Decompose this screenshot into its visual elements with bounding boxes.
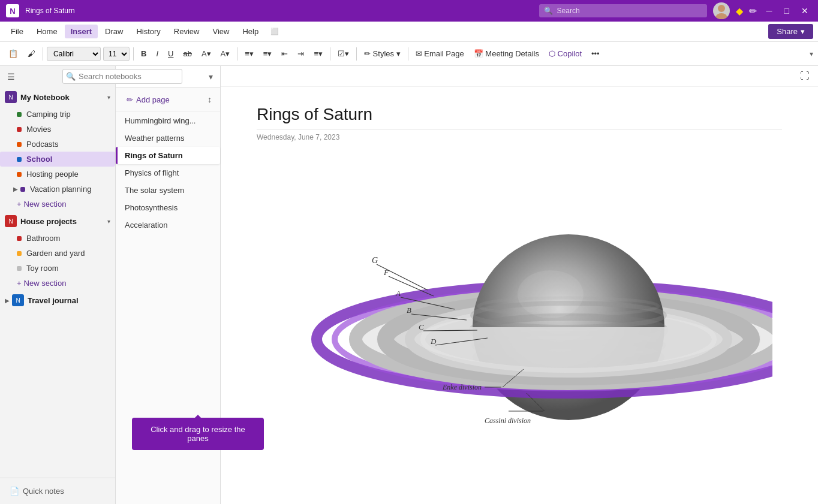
- page-expand-button[interactable]: ⛶: [799, 70, 811, 83]
- sidebar-item-podcasts[interactable]: Podcasts: [0, 137, 115, 152]
- menu-view[interactable]: View: [206, 25, 235, 38]
- share-chevron-icon: ▾: [801, 27, 805, 36]
- note-title: Rings of Saturn: [257, 105, 782, 129]
- close-button[interactable]: ✕: [798, 6, 812, 16]
- sidebar-item-school[interactable]: School: [0, 152, 115, 167]
- new-section-plus-icon: +: [17, 200, 22, 209]
- menu-draw[interactable]: Draw: [99, 25, 129, 38]
- format-painter-button[interactable]: 🖌: [24, 47, 39, 60]
- add-page-button[interactable]: ✏ Add page: [122, 93, 175, 107]
- note-content[interactable]: Rings of Saturn Wednesday, June 7, 2023: [221, 87, 818, 485]
- section-dot-movies: [17, 127, 22, 132]
- new-section-house-projects[interactable]: + New section: [0, 276, 115, 291]
- sort-pages-button[interactable]: ↕: [205, 92, 214, 107]
- sidebar-item-hosting[interactable]: Hosting people: [0, 167, 115, 182]
- sidebar: ☰ N My Notebook ▾ Camping trip Movies: [0, 66, 116, 504]
- font-family-select[interactable]: Calibri: [47, 47, 101, 61]
- travel-journal-chevron-icon: ▶: [5, 297, 10, 304]
- svg-point-18: [518, 270, 584, 318]
- styles-button[interactable]: ✏ Styles ▾: [360, 47, 404, 60]
- page-item-weather[interactable]: Weather patterns: [116, 129, 220, 147]
- notebook-icon-my-notebook: N: [5, 91, 17, 103]
- page-item-hummingbird[interactable]: Hummingbird wing...: [116, 112, 220, 129]
- menu-file[interactable]: File: [5, 25, 29, 38]
- notebook-header-travel-journal[interactable]: ▶ N Travel journal: [0, 291, 115, 310]
- svg-text:B: B: [407, 306, 411, 315]
- main-content: ⛶ Rings of Saturn Wednesday, June 7, 202…: [221, 66, 818, 504]
- notebook-header-house-projects[interactable]: N House projects ▾: [0, 212, 115, 231]
- menu-insert[interactable]: Insert: [65, 25, 98, 38]
- menu-history[interactable]: History: [130, 25, 166, 38]
- section-dot-school: [17, 157, 22, 162]
- avatar[interactable]: [713, 2, 730, 19]
- new-section-my-notebook[interactable]: + New section: [0, 197, 115, 212]
- page-item-physics[interactable]: Physics of flight: [116, 164, 220, 182]
- notebook-name-travel-journal: Travel journal: [28, 296, 110, 305]
- checkbox-button[interactable]: ☑▾: [334, 47, 353, 60]
- quick-notes-label: Quick notes: [23, 487, 64, 496]
- bullets-button[interactable]: ≡▾: [241, 47, 257, 60]
- search-notebooks-input[interactable]: [62, 69, 182, 84]
- vacation-chevron-icon: ▶: [13, 186, 18, 192]
- highlight-button[interactable]: A▾: [198, 47, 215, 60]
- search-notebooks-expand-icon[interactable]: ▾: [206, 70, 215, 84]
- minimize-button[interactable]: ─: [763, 6, 776, 16]
- notebook-chevron-house-projects: ▾: [107, 218, 110, 225]
- font-size-select[interactable]: 11: [103, 47, 130, 61]
- paste-button[interactable]: 📋: [5, 47, 22, 60]
- page-item-photosynthesis[interactable]: Photosynthesis: [116, 199, 220, 216]
- section-dot-garden: [17, 251, 22, 256]
- menu-help[interactable]: Help: [236, 25, 264, 38]
- premium-icon[interactable]: ◆: [736, 5, 743, 17]
- sidebar-item-label-school: School: [26, 155, 52, 164]
- toolbar-separator-5: [356, 47, 357, 61]
- font-color-button[interactable]: A▾: [217, 47, 234, 60]
- more-button[interactable]: •••: [588, 47, 603, 60]
- notebook-header-my-notebook[interactable]: N My Notebook ▾: [0, 87, 115, 107]
- window-controls: ─ □ ✕: [763, 6, 812, 16]
- quick-notes-button[interactable]: 📄 Quick notes: [5, 483, 110, 499]
- toolbar: 📋 🖌 Calibri 11 B I U ab A▾ A▾ ≡▾ ≡▾ ⇤ ⇥ …: [0, 42, 818, 66]
- note-date: Wednesday, June 7, 2023: [257, 133, 782, 141]
- strikethrough-button[interactable]: ab: [179, 47, 195, 60]
- add-page-icon: ✏: [127, 95, 133, 104]
- sidebar-item-camping[interactable]: Camping trip: [0, 107, 115, 122]
- sidebar-item-garden[interactable]: Garden and yard: [0, 246, 115, 261]
- new-section-label-my-notebook: New section: [24, 200, 67, 209]
- section-dot-bathroom: [17, 236, 22, 241]
- page-item-rings[interactable]: Rings of Saturn: [116, 147, 220, 164]
- sidebar-item-movies[interactable]: Movies: [0, 122, 115, 137]
- notebook-icon-travel-journal: N: [12, 294, 24, 306]
- copilot-button[interactable]: ⬡ Copilot: [545, 47, 585, 60]
- sidebar-item-vacation[interactable]: ▶ Vacation planning: [0, 182, 115, 197]
- svg-text:F: F: [383, 268, 389, 277]
- page-item-solar[interactable]: The solar system: [116, 182, 220, 199]
- email-page-button[interactable]: ✉ Email Page: [412, 47, 468, 60]
- sidebar-item-bathroom[interactable]: Bathroom: [0, 231, 115, 246]
- saturn-illustration: G F A B C D: [257, 153, 772, 465]
- notebook-name-my-notebook: My Notebook: [20, 93, 107, 102]
- align-button[interactable]: ≡▾: [310, 47, 326, 60]
- italic-button[interactable]: I: [152, 47, 162, 60]
- sidebar-item-label-vacation: Vacation planning: [30, 185, 91, 194]
- page-item-accelaration[interactable]: Accelaration: [116, 216, 220, 234]
- menu-review[interactable]: Review: [168, 25, 206, 38]
- resize-tooltip: Click and drag to resize the panes: [221, 418, 264, 450]
- sidebar-item-toyroom[interactable]: Toy room: [0, 261, 115, 276]
- ribbon-collapse-icon[interactable]: ⬜: [268, 25, 281, 38]
- outdent-button[interactable]: ⇤: [278, 47, 291, 60]
- maximize-button[interactable]: □: [781, 6, 793, 16]
- search-input[interactable]: [539, 4, 707, 17]
- toolbar-expand-icon[interactable]: ▾: [810, 50, 813, 58]
- underline-button[interactable]: U: [164, 47, 177, 60]
- share-button[interactable]: Share ▾: [768, 24, 813, 39]
- meeting-details-button[interactable]: 📅 Meeting Details: [470, 47, 543, 60]
- menu-home[interactable]: Home: [31, 25, 64, 38]
- bold-button[interactable]: B: [137, 47, 150, 60]
- svg-point-1: [715, 13, 727, 19]
- indent-button[interactable]: ⇥: [294, 47, 308, 60]
- pen-icon[interactable]: ✏: [749, 5, 757, 17]
- svg-text:G: G: [372, 256, 378, 265]
- numbering-button[interactable]: ≡▾: [260, 47, 276, 60]
- app-title: Rings of Saturn: [25, 7, 533, 15]
